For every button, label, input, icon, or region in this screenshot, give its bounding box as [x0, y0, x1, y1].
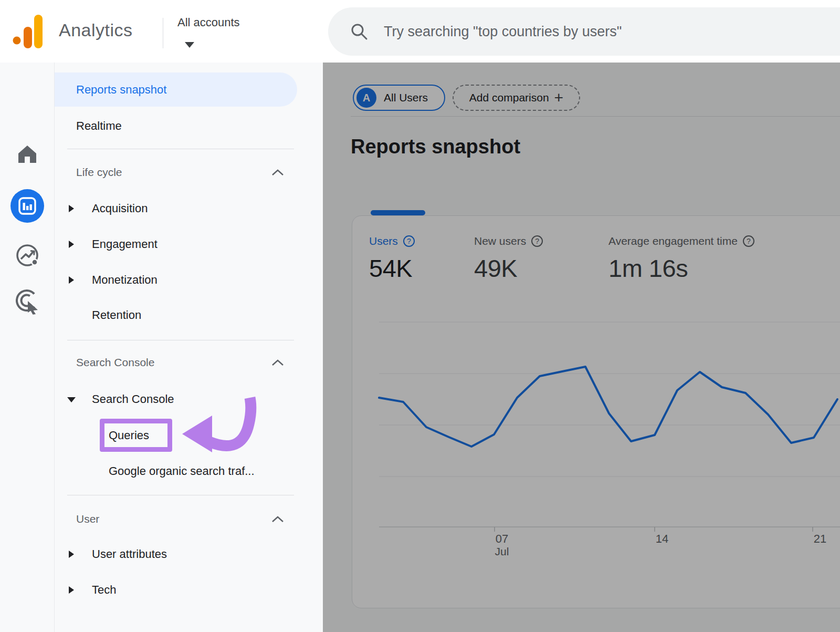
- google-analytics-logo: [13, 14, 44, 49]
- google-analytics-app: Analytics All accounts Try searching "to…: [0, 0, 840, 632]
- expand-triangle-icon: [69, 241, 74, 248]
- sidebar-divider: [67, 495, 294, 495]
- sidebar-item-label: Queries: [109, 429, 149, 442]
- sidebar-item-label: Acquisition: [92, 202, 148, 215]
- sidebar-item-google-organic-search-traffic[interactable]: Google organic search traf...: [55, 460, 323, 483]
- help-icon[interactable]: ?: [531, 235, 543, 247]
- sidebar-item-label: Tech: [92, 583, 116, 597]
- collapse-triangle-icon: [67, 397, 76, 402]
- sidebar-item-search-console[interactable]: Search Console: [55, 388, 323, 411]
- icon-rail: [0, 63, 55, 632]
- metric-avg-engagement-time[interactable]: Average engagement time ? 1m 16s: [608, 235, 754, 283]
- sidebar-item-acquisition[interactable]: Acquisition: [55, 197, 323, 220]
- sidebar-divider: [67, 149, 294, 149]
- advertising-icon: [15, 288, 40, 315]
- all-users-segment-chip[interactable]: A All Users: [353, 85, 445, 111]
- metric-label: Users: [369, 235, 398, 247]
- home-nav-button[interactable]: [0, 144, 55, 163]
- help-icon[interactable]: ?: [743, 235, 754, 247]
- sidebar-item-label: Google organic search traf...: [109, 464, 255, 478]
- sidebar-item-monetization[interactable]: Monetization: [55, 268, 323, 292]
- sidebar-section-user[interactable]: User: [55, 507, 323, 531]
- carousel-tab-indicator[interactable]: [371, 210, 425, 215]
- bar-chart-icon: [18, 196, 37, 215]
- sidebar-divider: [67, 340, 294, 340]
- sidebar-item-realtime[interactable]: Realtime: [55, 115, 323, 138]
- content-divider: [351, 116, 840, 117]
- metric-value: 54K: [369, 254, 415, 283]
- top-header: Analytics All accounts Try searching "to…: [0, 0, 840, 63]
- sidebar-item-reports-snapshot[interactable]: Reports snapshot: [55, 72, 297, 107]
- section-header-label: Life cycle: [76, 166, 122, 179]
- reports-active-circle: [10, 189, 44, 223]
- sidebar-section-life-cycle[interactable]: Life cycle: [55, 161, 323, 184]
- metric-value: 1m 16s: [608, 254, 754, 283]
- search-placeholder: Try searching "top countries by users": [384, 24, 622, 40]
- chevron-up-icon[interactable]: [271, 515, 285, 523]
- section-header-label: User: [76, 513, 99, 525]
- sidebar-item-label: Realtime: [76, 119, 122, 133]
- sidebar-item-retention[interactable]: Retention: [55, 304, 323, 327]
- sidebar-item-engagement[interactable]: Engagement: [55, 233, 323, 256]
- sidebar-item-tech[interactable]: Tech: [55, 578, 323, 602]
- add-comparison-label: Add comparison: [469, 91, 549, 104]
- sidebar-item-label: Retention: [92, 308, 141, 322]
- sidebar-item-queries[interactable]: Queries: [55, 424, 323, 447]
- sidebar-item-label: Monetization: [92, 273, 158, 287]
- sidebar-item-label: Search Console: [92, 392, 174, 406]
- header-divider: [163, 18, 163, 48]
- account-switcher-label: All accounts: [177, 16, 240, 29]
- expand-triangle-icon: [69, 551, 74, 558]
- expand-triangle-icon: [69, 586, 74, 594]
- explore-icon: [15, 243, 39, 267]
- advertising-nav-button[interactable]: [0, 288, 55, 315]
- home-icon: [17, 144, 38, 163]
- main-content: A All Users Add comparison + Reports sna…: [323, 63, 840, 632]
- segment-avatar: A: [356, 88, 376, 108]
- chevron-up-icon[interactable]: [271, 359, 285, 367]
- explore-nav-button[interactable]: [0, 243, 55, 267]
- add-comparison-button[interactable]: Add comparison +: [453, 85, 580, 111]
- expand-triangle-icon: [69, 276, 74, 284]
- dropdown-caret-icon: [185, 42, 194, 48]
- segment-chip-label: All Users: [384, 91, 428, 104]
- snapshot-card: Users ? 54K New users ? 49K Average enga…: [352, 215, 840, 608]
- sidebar-section-search-console[interactable]: Search Console: [55, 351, 323, 374]
- metric-value: 49K: [474, 254, 543, 283]
- plus-icon: +: [554, 90, 564, 106]
- account-switcher[interactable]: All accounts: [177, 16, 240, 29]
- sidebar-item-label: Reports snapshot: [76, 83, 166, 97]
- global-search-input[interactable]: Try searching "top countries by users": [328, 7, 840, 56]
- sidebar-item-label: Engagement: [92, 237, 158, 251]
- chevron-up-icon[interactable]: [271, 169, 285, 177]
- report-nav-sidebar: Reports snapshot Realtime Life cycle Acq…: [55, 63, 323, 632]
- expand-triangle-icon: [69, 205, 74, 212]
- sidebar-item-label: User attributes: [92, 547, 167, 561]
- reports-nav-button[interactable]: [0, 189, 55, 223]
- section-header-label: Search Console: [76, 356, 154, 369]
- sidebar-item-user-attributes[interactable]: User attributes: [55, 543, 323, 566]
- metric-users[interactable]: Users ? 54K: [369, 235, 415, 283]
- help-icon[interactable]: ?: [403, 235, 415, 247]
- page-title: Reports snapshot: [351, 136, 520, 158]
- search-icon: [350, 23, 368, 40]
- metric-label: New users: [474, 235, 526, 247]
- metric-label: Average engagement time: [608, 235, 738, 247]
- product-name: Analytics: [59, 20, 133, 40]
- metric-new-users[interactable]: New users ? 49K: [474, 235, 543, 283]
